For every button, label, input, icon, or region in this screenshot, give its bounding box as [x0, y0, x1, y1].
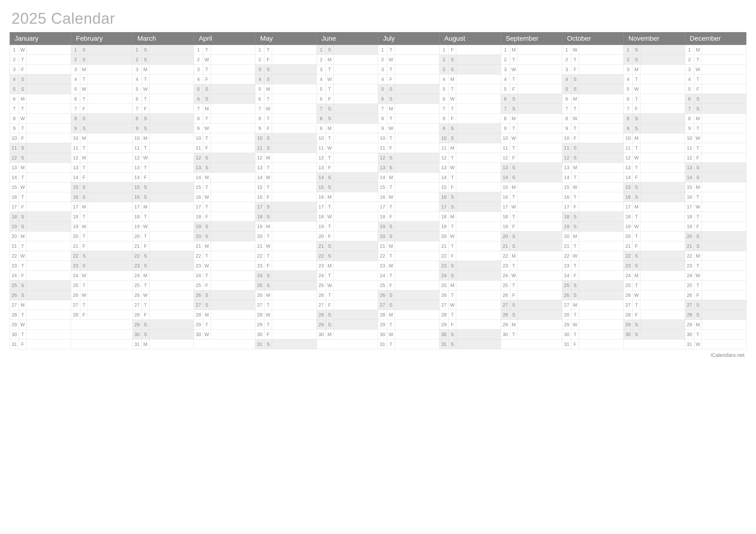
day-of-week: T [633, 281, 640, 290]
day-of-week: W [633, 84, 640, 94]
day-note-space [27, 133, 71, 143]
day-of-week: S [264, 143, 272, 153]
day-cell: 7M [194, 104, 255, 114]
day-number: 21 [317, 241, 326, 251]
day-cell: 30S [440, 330, 501, 340]
day-cell: 3M [71, 64, 132, 74]
day-cell: 4T [132, 74, 194, 84]
day-note-space [149, 340, 194, 349]
day-note-space [149, 173, 194, 182]
day-number: 2 [378, 55, 387, 64]
day-note-space [149, 330, 194, 339]
day-number: 26 [317, 290, 326, 300]
day-of-week: S [633, 251, 640, 261]
day-note-space [456, 330, 500, 339]
day-of-week: W [203, 192, 211, 202]
day-cell: 23F [255, 261, 316, 271]
day-number: 6 [133, 94, 142, 104]
day-note-space [211, 163, 255, 172]
day-of-week: T [448, 173, 456, 182]
day-note-space [27, 45, 71, 55]
day-of-week: T [571, 104, 579, 114]
day-number: 18 [685, 212, 694, 221]
day-of-week: T [326, 271, 334, 280]
day-of-week: M [326, 192, 334, 202]
day-number: 2 [501, 55, 510, 64]
day-note-space [272, 281, 316, 290]
day-number: 20 [194, 231, 203, 241]
day-cell: 14T [562, 173, 623, 182]
day-cell: 27T [255, 300, 316, 310]
day-cell: 22W [10, 251, 71, 261]
day-of-week: F [142, 310, 149, 319]
day-note-space [640, 74, 685, 84]
day-number: 4 [501, 74, 510, 84]
day-of-week: W [19, 182, 27, 192]
day-note-space [272, 261, 316, 270]
day-number: 1 [10, 45, 19, 55]
day-of-week: W [510, 271, 518, 280]
day-number: 12 [317, 153, 326, 163]
day-cell: 10T [378, 133, 439, 143]
day-of-week: T [203, 45, 211, 55]
day-of-week: S [264, 202, 272, 212]
day-of-week: S [633, 261, 640, 270]
day-note-space [702, 271, 746, 280]
day-of-week: S [142, 182, 149, 192]
month-header: February [71, 32, 132, 45]
day-number: 26 [194, 290, 203, 300]
day-number: 29 [255, 320, 264, 329]
day-number: 10 [562, 133, 571, 143]
day-number: 12 [562, 153, 571, 163]
day-cell: 27M [10, 300, 71, 310]
day-note-space [211, 45, 255, 55]
day-note-space [27, 84, 71, 94]
day-of-week: M [80, 271, 88, 280]
day-cell: 7S [316, 104, 378, 114]
day-note-space [640, 202, 685, 212]
day-of-week: M [571, 231, 579, 241]
day-number: 1 [133, 45, 142, 55]
day-note-space [272, 251, 316, 261]
day-note-space [88, 182, 132, 192]
day-note-space [579, 133, 623, 143]
day-number: 26 [133, 290, 142, 300]
day-of-week: M [633, 271, 640, 280]
day-cell: 2T [562, 55, 623, 64]
day-of-week: S [510, 173, 518, 182]
day-number: 24 [624, 271, 633, 280]
day-number: 13 [71, 163, 80, 172]
day-cell: 18T [624, 212, 685, 222]
day-note-space [334, 202, 378, 212]
day-of-week: F [326, 231, 334, 241]
day-number: 1 [378, 45, 387, 55]
day-note-space [456, 320, 500, 329]
day-number: 18 [10, 212, 19, 221]
day-note-space [702, 173, 746, 182]
day-of-week: F [387, 281, 395, 290]
day-of-week: F [203, 143, 211, 153]
day-of-week: W [19, 320, 27, 329]
day-cell: 9W [194, 123, 255, 133]
day-of-week: W [571, 182, 579, 192]
day-of-week: M [694, 182, 702, 192]
day-of-week: S [80, 123, 88, 133]
day-cell: 8M [501, 114, 562, 123]
day-note-space [395, 55, 439, 64]
day-note-space [640, 123, 685, 133]
day-of-week: T [387, 202, 395, 212]
day-cell: 30S [132, 330, 194, 340]
day-note-space [88, 290, 132, 300]
day-of-week: M [694, 251, 702, 261]
day-number: 7 [317, 104, 326, 114]
day-cell [194, 340, 255, 349]
day-of-week: S [142, 330, 149, 339]
day-of-week: F [326, 94, 334, 104]
day-cell: 28T [10, 310, 71, 320]
day-of-week: T [326, 222, 334, 231]
day-number: 5 [440, 84, 448, 94]
day-cell: 6S [501, 94, 562, 104]
day-of-week: F [203, 281, 211, 290]
day-note-space [272, 340, 316, 349]
day-cell: 14F [71, 173, 132, 182]
